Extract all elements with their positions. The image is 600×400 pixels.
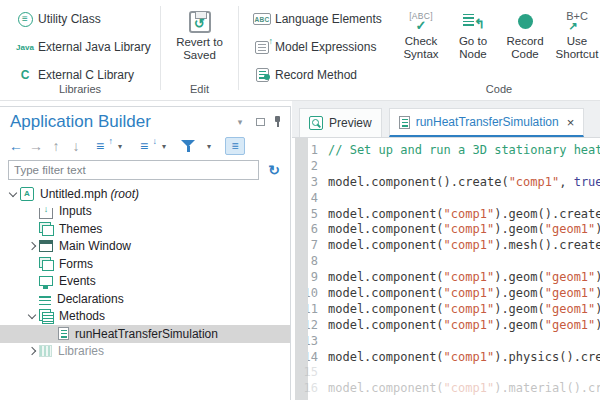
back-button[interactable]	[8, 137, 24, 155]
move-up-button[interactable]	[48, 137, 64, 155]
use-shortcut-label: Use Shortcut	[551, 35, 600, 61]
java-icon: Java	[16, 43, 34, 52]
code-line: 5 model.component("comp1").geom().create…	[292, 207, 600, 223]
expander-icon[interactable]	[25, 240, 39, 252]
check-syntax-icon: [ABC]	[409, 11, 433, 31]
tree-item[interactable]: Events	[0, 273, 290, 291]
expander-icon[interactable]	[25, 275, 39, 287]
tree-item[interactable]: Methods	[0, 308, 290, 326]
filter-icon[interactable]	[181, 139, 197, 153]
filter-input[interactable]	[8, 160, 259, 180]
expander-icon[interactable]	[25, 293, 39, 305]
model-expressions-icon	[255, 41, 269, 54]
tree-item[interactable]: Main Window	[0, 238, 290, 256]
chevron-down-icon[interactable]	[156, 137, 172, 155]
line-number: 16	[292, 381, 328, 397]
move-down-button[interactable]	[68, 137, 84, 155]
expand-order-up-button[interactable]	[92, 137, 108, 155]
tree-item[interactable]: Inputs	[0, 203, 290, 221]
ribbon: Utility Class Java External Java Library…	[0, 0, 600, 101]
ribbon-group-edit: Revert to Saved Edit	[161, 0, 238, 100]
tab-preview-label: Preview	[329, 116, 372, 130]
record-method-button[interactable]: Record Method	[249, 61, 395, 89]
revert-to-saved-button[interactable]: Revert to Saved	[170, 8, 230, 62]
ribbon-group-code: ABC Language Elements Model Expressions …	[239, 0, 600, 100]
expander-icon[interactable]	[25, 258, 39, 270]
external-c-library-label: External C Library	[38, 68, 134, 82]
events-icon	[39, 276, 53, 286]
panel-menu-icon[interactable]	[232, 113, 248, 131]
expander-icon[interactable]	[25, 223, 39, 235]
model-expressions-button[interactable]: Model Expressions	[249, 33, 395, 61]
code-line: 14 model.component("comp1").physics().cr…	[292, 350, 600, 366]
forward-button[interactable]	[28, 137, 44, 155]
chevron-down-icon[interactable]	[112, 137, 128, 155]
tree-item[interactable]: runHeatTransferSimulation	[0, 325, 290, 343]
record-code-button[interactable]: Record Code	[499, 7, 551, 61]
tree-item[interactable]: Libraries	[0, 343, 290, 361]
record-method-icon	[256, 68, 269, 82]
app-window: Utility Class Java External Java Library…	[0, 0, 600, 400]
external-java-library-label: External Java Library	[38, 40, 151, 54]
tab-method-label: runHeatTransferSimulation	[416, 115, 559, 129]
method-icon	[399, 116, 410, 129]
tab-preview[interactable]: Preview	[299, 108, 382, 137]
expander-icon[interactable]	[25, 205, 39, 217]
utility-class-button[interactable]: Utility Class	[12, 5, 160, 33]
tab-run-heat-transfer-simulation[interactable]: runHeatTransferSimulation ×	[389, 108, 585, 137]
tree-item[interactable]: Forms	[0, 255, 290, 273]
expand-order-down-button[interactable]	[136, 137, 152, 155]
utility-class-icon	[18, 12, 33, 27]
code-line: 9 model.component("comp1").geom("geom1")…	[292, 270, 600, 286]
go-to-node-button[interactable]: Go to Node	[447, 7, 499, 61]
stack-icon	[39, 257, 53, 271]
language-elements-icon: ABC	[253, 13, 271, 25]
preview-icon	[309, 116, 323, 130]
code-line: 8	[292, 254, 600, 270]
language-elements-button[interactable]: ABC Language Elements	[249, 5, 395, 33]
expander-icon[interactable]	[25, 345, 39, 357]
panel-pin-icon[interactable]	[273, 116, 282, 128]
close-icon[interactable]: ×	[567, 116, 575, 129]
show-node-labels-toggle[interactable]	[225, 137, 245, 155]
method-icon	[58, 327, 69, 340]
go-to-node-label: Go to Node	[447, 35, 499, 61]
expander-icon[interactable]	[6, 188, 20, 200]
code-line: 1 // Set up and run a 3D stationary heat…	[292, 143, 600, 159]
expander-icon[interactable]	[25, 310, 39, 322]
tree-item[interactable]: Untitled.mph (root)	[0, 185, 290, 203]
window-icon	[39, 240, 53, 252]
code-line: 3 model.component().create("comp1", true…	[292, 175, 600, 191]
panel-float-icon[interactable]	[256, 118, 265, 126]
code-line: 2	[292, 159, 600, 175]
revert-to-saved-icon	[189, 11, 211, 33]
record-code-label: Record Code	[499, 35, 551, 61]
use-shortcut-button[interactable]: B+C Use Shortcut	[551, 7, 600, 61]
application-builder-panel: Application Builder Unti	[0, 106, 291, 400]
ribbon-group-label-libraries: Libraries	[0, 83, 160, 95]
expander-icon[interactable]	[44, 328, 58, 340]
editor-gutter-strip	[295, 138, 308, 400]
model-expressions-label: Model Expressions	[275, 40, 376, 54]
panel-title: Application Builder	[10, 112, 232, 132]
ribbon-group-label-edit: Edit	[161, 83, 238, 95]
code-editor: Preview runHeatTransferSimulation × 1 //…	[292, 101, 600, 400]
c-language-icon: C	[21, 68, 30, 82]
record-method-label: Record Method	[275, 68, 357, 82]
code-area[interactable]: 1 // Set up and run a 3D stationary heat…	[292, 138, 600, 400]
external-java-library-button[interactable]: Java External Java Library	[12, 33, 160, 61]
tree-item[interactable]: Themes	[0, 220, 290, 238]
code-line: 11 model.component("comp1").geom("geom1"…	[292, 302, 600, 318]
check-syntax-button[interactable]: [ABC] Check Syntax	[395, 7, 447, 61]
code-line: 4	[292, 191, 600, 207]
go-to-node-icon	[462, 12, 484, 30]
ribbon-group-libraries: Utility Class Java External Java Library…	[0, 0, 160, 100]
tree-item[interactable]: Declarations	[0, 290, 290, 308]
record-code-icon	[518, 14, 533, 29]
code-line: 12 model.component("comp1").geom("geom1"…	[292, 318, 600, 334]
refresh-icon[interactable]	[266, 161, 282, 179]
chevron-down-icon[interactable]	[201, 137, 217, 155]
ribbon-group-label-code: Code	[395, 83, 600, 95]
line-number: 15	[292, 365, 328, 381]
model-tree: Untitled.mph (root) Inputs Themes Main W…	[0, 185, 290, 360]
